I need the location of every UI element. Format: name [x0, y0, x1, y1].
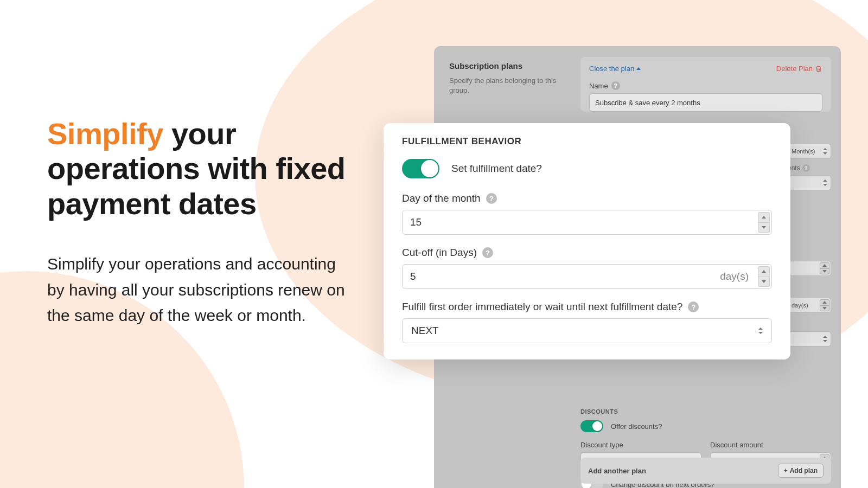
day-of-month-value: 15	[410, 216, 422, 228]
arrow-down-icon	[762, 226, 766, 229]
day-of-month-input[interactable]: 15	[402, 210, 772, 235]
updown-icon	[823, 179, 827, 186]
add-another-plan-label: Add another plan	[588, 467, 646, 475]
updown-icon	[823, 148, 827, 155]
cutoff-label: Cut-off (in Days)	[402, 247, 477, 259]
fulfillment-behavior-card: FULFILLMENT BEHAVIOR Set fulfillment dat…	[384, 123, 790, 359]
days-spinner[interactable]: day(s)	[788, 298, 831, 313]
caret-up-icon	[636, 67, 641, 70]
offer-discounts-toggle[interactable]	[580, 420, 603, 432]
right-stubs: Month(s) ents? day(s)	[788, 144, 831, 352]
add-plan-button[interactable]: +Add plan	[778, 464, 824, 478]
set-fulfillment-date-label: Set fulfillment date?	[451, 163, 542, 175]
help-icon[interactable]: ?	[611, 81, 620, 90]
close-plan-link[interactable]: Close the plan	[589, 65, 641, 73]
cutoff-input[interactable]: 5 day(s)	[402, 264, 772, 289]
first-order-value: NEXT	[411, 325, 439, 337]
delete-plan-label: Delete Plan	[776, 65, 813, 73]
first-order-label: Fulfill first order immediately or wait …	[402, 301, 682, 313]
offer-discounts-label: Offer discounts?	[611, 422, 662, 431]
help-icon[interactable]: ?	[688, 301, 699, 312]
arrow-up-icon	[762, 216, 766, 219]
months-suffix: Month(s)	[792, 148, 815, 155]
plan-name-input[interactable]: Subscribe & save every 2 months	[589, 93, 822, 112]
set-fulfillment-date-toggle[interactable]	[402, 159, 439, 178]
help-icon[interactable]: ?	[482, 247, 493, 258]
discount-amount-label: Discount amount	[710, 441, 763, 449]
plan-name-value: Subscribe & save every 2 months	[595, 99, 700, 107]
headline-accent: Simplify	[47, 117, 163, 151]
discount-type-label: Discount type	[580, 441, 623, 449]
trash-icon	[815, 65, 822, 73]
cutoff-value: 5	[410, 271, 416, 282]
spinner-control[interactable]	[758, 212, 770, 233]
stub-select-3[interactable]	[788, 331, 831, 346]
spinner-control[interactable]	[758, 266, 770, 287]
day-of-month-label: Day of the month	[402, 192, 481, 204]
discounts-title: DISCOUNTS	[580, 408, 831, 415]
plan-card: Close the plan Delete Plan Name? Subscri…	[580, 57, 831, 112]
updown-icon	[823, 336, 827, 342]
cutoff-suffix: day(s)	[720, 271, 749, 282]
close-plan-label: Close the plan	[589, 65, 634, 73]
headline: Simplify your operations with fixed paym…	[47, 117, 351, 221]
subscription-plans-title: Subscription plans	[449, 61, 574, 70]
name-label: Name	[589, 82, 608, 90]
arrow-up-icon	[762, 270, 766, 273]
updown-icon	[758, 328, 763, 334]
help-icon[interactable]: ?	[802, 164, 810, 172]
subscription-plans-subtitle: Specify the plans belonging to this grou…	[449, 76, 574, 95]
stub-select-2[interactable]	[788, 175, 831, 190]
stub-spinner-1[interactable]	[788, 261, 831, 276]
arrow-down-icon	[762, 280, 766, 283]
add-plan-bar: Add another plan +Add plan	[580, 458, 831, 484]
fulfillment-behavior-title: FULFILLMENT BEHAVIOR	[402, 136, 772, 147]
add-plan-button-label: Add plan	[790, 467, 818, 474]
first-order-select[interactable]: NEXT	[402, 318, 772, 343]
months-select[interactable]: Month(s)	[788, 144, 831, 159]
marketing-body: Simplify your operations and accounting …	[47, 251, 351, 328]
delete-plan-link[interactable]: Delete Plan	[776, 65, 822, 73]
marketing-copy: Simplify your operations with fixed paym…	[47, 117, 351, 328]
help-icon[interactable]: ?	[486, 193, 497, 204]
days-suffix: day(s)	[792, 302, 808, 309]
